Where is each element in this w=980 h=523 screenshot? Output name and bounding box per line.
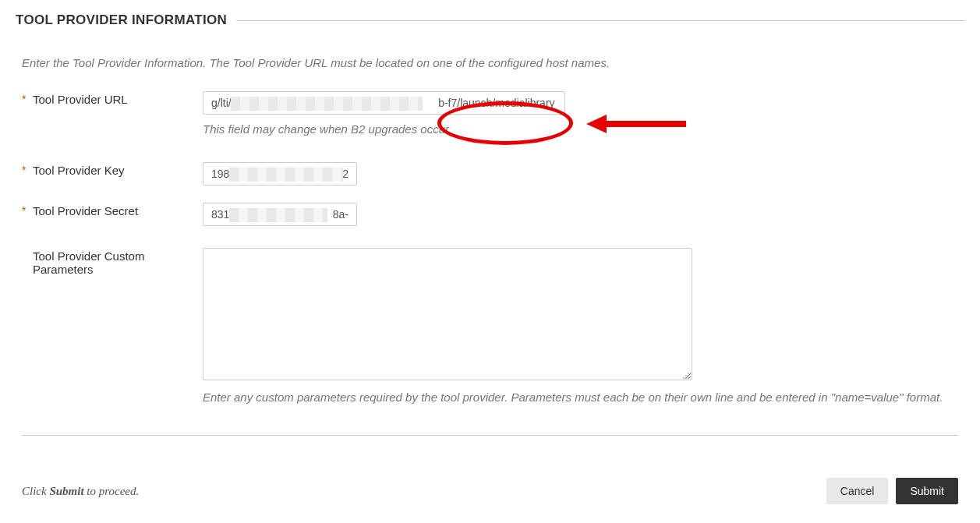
footer-row: Click Submit to proceed. Cancel Submit (0, 436, 980, 514)
tool-provider-url-row: * Tool Provider URL g/lti/1fd b-f7/launc… (22, 91, 958, 136)
custom-parameters-row: Tool Provider Custom Parameters Enter an… (22, 248, 958, 404)
tool-provider-key-label: Tool Provider Key (33, 162, 203, 177)
tool-provider-url-label: Tool Provider URL (33, 91, 203, 106)
key-value-prefix: 198 (211, 168, 229, 180)
tool-provider-secret-row: * Tool Provider Secret 831 8a- (22, 203, 958, 226)
section-title: TOOL PROVIDER INFORMATION (16, 12, 227, 28)
custom-parameters-label: Tool Provider Custom Parameters (33, 248, 203, 276)
url-value-prefix: g/lti/1fd (211, 97, 246, 109)
secret-value-suffix: 8a- (333, 208, 348, 221)
footer-buttons: Cancel Submit (826, 478, 958, 504)
footer-prompt-strong: Submit (49, 485, 83, 497)
required-star-icon: * (22, 203, 33, 217)
footer-prompt-prefix: Click (22, 485, 49, 497)
submit-button[interactable]: Submit (896, 478, 958, 504)
tool-provider-key-row: * Tool Provider Key 198 -2 (22, 162, 958, 186)
tool-provider-key-input[interactable]: 198 -2 (203, 162, 357, 186)
secret-value-prefix: 831 (211, 208, 229, 221)
required-star-icon: * (22, 162, 33, 176)
section-intro: Enter the Tool Provider Information. The… (22, 56, 958, 69)
required-star-icon: * (22, 91, 33, 105)
custom-parameters-textarea[interactable] (203, 248, 692, 380)
key-value-suffix: -2 (339, 168, 348, 180)
tool-provider-url-input[interactable]: g/lti/1fd b-f7/launch/medialibrary (203, 91, 565, 115)
custom-parameters-help: Enter any custom parameters required by … (203, 390, 943, 404)
tool-provider-url-help: This field may change when B2 upgrades o… (203, 122, 958, 136)
required-star-spacer (22, 248, 33, 249)
tool-provider-secret-label: Tool Provider Secret (33, 203, 203, 217)
cancel-button[interactable]: Cancel (826, 478, 889, 504)
footer-prompt-suffix: to proceed. (84, 485, 140, 497)
section-header: TOOL PROVIDER INFORMATION (0, 0, 980, 28)
section-divider (236, 20, 964, 21)
footer-prompt: Click Submit to proceed. (22, 485, 139, 498)
url-value-suffix: b-f7/launch/medialibrary (438, 97, 554, 109)
tool-provider-secret-input[interactable]: 831 8a- (203, 203, 357, 226)
